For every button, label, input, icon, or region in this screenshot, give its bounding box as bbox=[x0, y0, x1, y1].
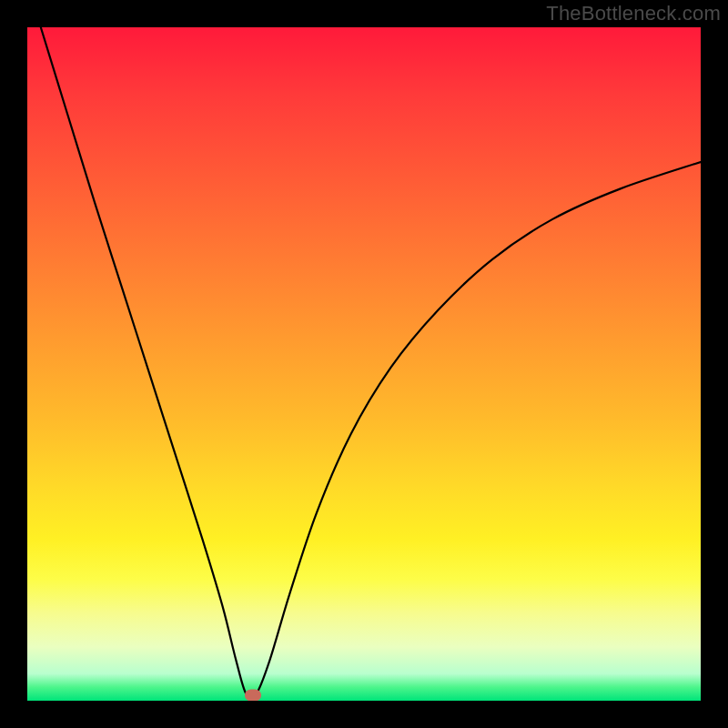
curve-svg bbox=[27, 27, 701, 701]
chart-frame: TheBottleneck.com bbox=[0, 0, 728, 728]
watermark-text: TheBottleneck.com bbox=[546, 2, 721, 25]
minimum-marker bbox=[245, 690, 261, 701]
plot-area bbox=[27, 27, 701, 701]
bottleneck-curve bbox=[41, 27, 701, 698]
